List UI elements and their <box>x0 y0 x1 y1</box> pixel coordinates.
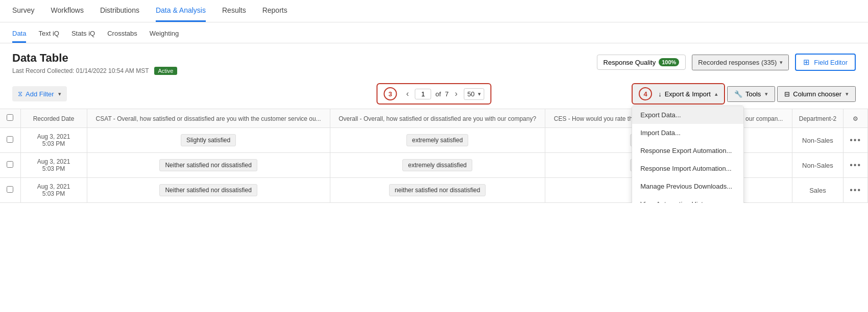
subnav-data[interactable]: Data <box>12 27 26 43</box>
sub-nav: Data Text iQ Stats iQ Crosstabs Weightin… <box>0 22 868 43</box>
row-2-csat: Neither satisfied nor dissatisfied <box>87 153 330 178</box>
row-2-more: ••• <box>843 153 868 178</box>
field-editor-button[interactable]: ⊞ Field Editor <box>795 54 856 71</box>
response-quality-button[interactable]: Response Quality 100% <box>597 55 686 70</box>
row-1-dept: Non-Sales <box>792 128 843 153</box>
csat-tag: Neither satisfied nor dissatisfied <box>159 159 257 171</box>
annotation-3: 3 <box>383 87 397 100</box>
export-import-button[interactable]: 4 ↓ Export & Import ▴ <box>632 83 725 105</box>
add-filter-label: Add Filter <box>26 90 54 98</box>
row-3-more: ••• <box>843 178 868 203</box>
dropdown-item-automation-history[interactable]: View Automation History... <box>632 195 743 203</box>
overall-tag: extremely satisfied <box>406 134 468 146</box>
row-3-checkbox-cell <box>0 178 20 203</box>
last-record-text: Last Record Collected: 01/14/2022 10:54 … <box>12 67 149 74</box>
dropdown-item-import-data[interactable]: Import Data... <box>632 124 743 142</box>
export-import-container: 4 ↓ Export & Import ▴ Export Data... Imp… <box>632 83 725 105</box>
per-page-value: 50 <box>467 90 474 98</box>
nav-distributions[interactable]: Distributions <box>100 0 139 22</box>
page-title: Data Table <box>12 51 177 65</box>
row-2-date: Aug 3, 2021 5:03 PM <box>20 153 87 178</box>
chevron-down-icon: ▾ <box>58 91 61 97</box>
more-options-icon[interactable]: ••• <box>850 161 861 169</box>
subnav-crosstabs[interactable]: Crosstabs <box>107 27 137 43</box>
chevron-up-icon: ▴ <box>715 91 718 97</box>
header-sub-info: Last Record Collected: 01/14/2022 10:54 … <box>12 67 177 75</box>
annotation-4: 4 <box>639 87 652 100</box>
header-left: Data Table Last Record Collected: 01/14/… <box>12 51 177 75</box>
dropdown-item-response-import-automation[interactable]: Response Import Automation... <box>632 160 743 177</box>
select-all-header <box>0 109 20 128</box>
next-page-button[interactable]: › <box>453 89 460 98</box>
settings-header: ⚙ <box>843 109 868 128</box>
gear-icon[interactable]: ⚙ <box>853 115 858 122</box>
select-all-checkbox[interactable] <box>7 114 13 121</box>
subnav-text-iq[interactable]: Text iQ <box>38 27 59 43</box>
grid-icon: ⊞ <box>803 58 810 67</box>
right-toolbar: 4 ↓ Export & Import ▴ Export Data... Imp… <box>632 83 856 105</box>
row-3-dept: Sales <box>792 178 843 203</box>
recorded-responses-label: Recorded responses (335) <box>698 59 777 66</box>
dept-header: Department-2 <box>792 109 843 128</box>
csat-tag: Slightly satisfied <box>181 134 236 146</box>
row-1-date: Aug 3, 2021 5:03 PM <box>20 128 87 153</box>
per-page-select[interactable]: 50 ▾ <box>464 88 484 100</box>
chevron-down-icon: ▾ <box>478 91 481 97</box>
dropdown-item-response-export-automation[interactable]: Response Export Automation... <box>632 142 743 160</box>
field-editor-label: Field Editor <box>814 59 848 66</box>
quality-badge: 100% <box>659 58 679 66</box>
row-3-checkbox[interactable] <box>7 186 13 193</box>
total-pages: 7 <box>445 90 449 98</box>
nav-workflows[interactable]: Workflows <box>51 0 84 22</box>
prev-page-button[interactable]: ‹ <box>404 89 411 98</box>
overall-tag: neither satisfied nor dissatisfied <box>389 184 486 196</box>
subnav-weighting[interactable]: Weighting <box>150 27 179 43</box>
overall-header: Overall - Overall, how satisfied or diss… <box>330 109 545 128</box>
tools-label: Tools <box>745 90 761 98</box>
row-2-checkbox-cell <box>0 153 20 178</box>
row-1-more: ••• <box>843 128 868 153</box>
row-2-dept: Non-Sales <box>792 153 843 178</box>
row-3-csat: Neither satisfied nor dissatisfied <box>87 178 330 203</box>
row-3-overall: neither satisfied nor dissatisfied <box>330 178 545 203</box>
header-area: Data Table Last Record Collected: 01/14/… <box>0 43 868 79</box>
of-text: of <box>436 90 441 98</box>
column-chooser-button[interactable]: ⊟ Column chooser ▾ <box>777 86 856 102</box>
chevron-down-icon: ▾ <box>780 59 783 66</box>
add-filter-button[interactable]: ⧖ Add Filter ▾ <box>12 86 67 101</box>
more-options-icon[interactable]: ••• <box>850 186 861 194</box>
dropdown-item-manage-downloads[interactable]: Manage Previous Downloads... <box>632 177 743 195</box>
csat-tag: Neither satisfied nor dissatisfied <box>159 184 257 196</box>
nav-results[interactable]: Results <box>222 0 246 22</box>
columns-icon: ⊟ <box>784 90 790 98</box>
filter-icon: ⧖ <box>18 90 22 98</box>
overall-tag: extremely dissatisfied <box>402 159 472 171</box>
nav-data-analysis[interactable]: Data & Analysis <box>156 0 206 22</box>
column-chooser-label: Column chooser <box>793 90 841 98</box>
nav-survey[interactable]: Survey <box>12 0 35 22</box>
tools-button[interactable]: 🔧 Tools ▾ <box>727 86 775 102</box>
row-2-overall: extremely dissatisfied <box>330 153 545 178</box>
nav-reports[interactable]: Reports <box>262 0 287 22</box>
toolbar: ⧖ Add Filter ▾ 3 ‹ 1 of 7 › 50 ▾ 4 ↓ Exp… <box>0 79 868 109</box>
export-import-label: Export & Import <box>665 90 711 98</box>
chevron-down-icon: ▾ <box>765 91 768 97</box>
row-1-checkbox-cell <box>0 128 20 153</box>
row-3-date: Aug 3, 2021 5:03 PM <box>20 178 87 203</box>
page-input[interactable]: 1 <box>415 89 431 99</box>
export-import-dropdown: Export Data... Import Data... Response E… <box>632 106 744 203</box>
header-right: Response Quality 100% Recorded responses… <box>597 54 856 71</box>
active-badge: Active <box>154 67 178 75</box>
dropdown-item-export-data[interactable]: Export Data... <box>632 106 743 124</box>
more-options-icon[interactable]: ••• <box>850 136 861 144</box>
subnav-stats-iq[interactable]: Stats iQ <box>71 27 95 43</box>
top-nav: Survey Workflows Distributions Data & An… <box>0 0 868 22</box>
row-2-checkbox[interactable] <box>7 161 13 168</box>
download-icon: ↓ <box>658 90 662 98</box>
csat-header: CSAT - Overall, how satisfied or dissati… <box>87 109 330 128</box>
row-1-checkbox[interactable] <box>7 136 13 143</box>
row-1-csat: Slightly satisfied <box>87 128 330 153</box>
chevron-down-icon: ▾ <box>846 91 849 97</box>
recorded-date-header: Recorded Date <box>20 109 87 128</box>
recorded-responses-button[interactable]: Recorded responses (335) ▾ <box>692 55 789 70</box>
